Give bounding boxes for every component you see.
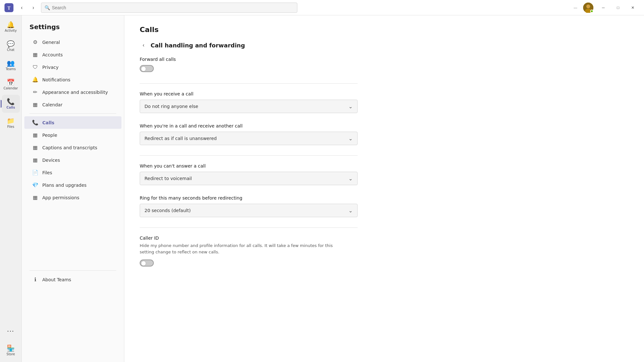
settings-menu-privacy[interactable]: 🛡 Privacy: [24, 61, 121, 73]
chevron-down-icon-4: ⌄: [349, 208, 353, 214]
settings-divider-2: [29, 270, 116, 271]
nav-item-more[interactable]: ···: [2, 322, 20, 340]
app-body: 🔔 Activity 💬 Chat 👥 Teams 📅 Calendar 📞 C…: [0, 15, 644, 362]
files-settings-label: Files: [42, 170, 52, 175]
devices-icon: ▦: [32, 157, 38, 163]
people-label: People: [42, 133, 57, 138]
about-label: About Teams: [42, 277, 71, 282]
when-cant-answer-dropdown[interactable]: Redirect to voicemail ⌄: [140, 172, 358, 185]
settings-menu-calendar[interactable]: ▦ Calendar: [24, 98, 121, 111]
user-avatar-container[interactable]: [583, 3, 593, 13]
calls-settings-label: Calls: [42, 120, 54, 125]
nav-label-calendar: Calendar: [4, 86, 18, 90]
settings-menu-calls[interactable]: 📞 Calls: [24, 116, 121, 129]
settings-menu-accounts[interactable]: ▦ Accounts: [24, 48, 121, 61]
accounts-icon: ▦: [32, 52, 38, 58]
nav-label-teams: Teams: [6, 67, 16, 71]
chevron-down-icon-3: ⌄: [349, 176, 353, 182]
more-options-button[interactable]: ···: [570, 3, 581, 13]
general-label: General: [42, 40, 60, 45]
page-title: Calls: [140, 26, 629, 34]
settings-menu-notifications[interactable]: 🔔 Notifications: [24, 73, 121, 86]
forward-button[interactable]: ›: [28, 3, 38, 13]
when-receive-call-value: Do not ring anyone else: [144, 104, 198, 109]
settings-menu-about[interactable]: ℹ About Teams: [24, 273, 121, 286]
svg-point-3: [586, 4, 590, 8]
when-cant-answer-group: When you can't answer a call Redirect to…: [140, 163, 629, 185]
privacy-label: Privacy: [42, 65, 59, 70]
appearance-icon: ✏: [32, 89, 38, 95]
ring-seconds-value: 20 seconds (default): [144, 208, 191, 213]
maximize-button[interactable]: □: [611, 3, 625, 13]
settings-menu-app-permissions[interactable]: ▦ App permissions: [24, 191, 121, 204]
divider-3: [140, 227, 358, 228]
nav-item-files[interactable]: 📁 Files: [2, 114, 20, 132]
devices-label: Devices: [42, 158, 60, 163]
caller-id-toggle[interactable]: [140, 259, 154, 267]
ring-seconds-label: Ring for this many seconds before redire…: [140, 195, 629, 201]
divider-2: [140, 155, 358, 156]
when-in-call-group: When you're in a call and receive anothe…: [140, 123, 629, 145]
chevron-down-icon: ⌄: [349, 103, 353, 110]
nav-item-teams[interactable]: 👥 Teams: [2, 56, 20, 74]
titlebar-actions: ···: [570, 3, 593, 13]
caller-id-group: Caller ID Hide my phone number and profi…: [140, 235, 629, 267]
when-receive-call-dropdown[interactable]: Do not ring anyone else ⌄: [140, 100, 358, 113]
nav-item-store[interactable]: 🏪 Store: [2, 341, 20, 359]
calendar-settings-label: Calendar: [42, 102, 62, 107]
when-in-call-label: When you're in a call and receive anothe…: [140, 123, 629, 128]
settings-menu-devices[interactable]: ▦ Devices: [24, 154, 121, 166]
more-icon: ···: [7, 328, 14, 334]
people-icon: ▦: [32, 132, 38, 138]
calls-icon: 📞: [7, 98, 15, 105]
when-in-call-dropdown[interactable]: Redirect as if call is unanswered ⌄: [140, 132, 358, 145]
divider-1: [140, 83, 358, 84]
settings-title: Settings: [22, 21, 124, 36]
search-input[interactable]: [52, 5, 294, 10]
nav-item-calendar[interactable]: 📅 Calendar: [2, 76, 20, 94]
captions-label: Captions and transcripts: [42, 145, 97, 150]
settings-menu-people[interactable]: ▦ People: [24, 129, 121, 141]
nav-label-activity: Activity: [5, 29, 17, 32]
settings-menu-plans[interactable]: 💎 Plans and upgrades: [24, 179, 121, 191]
calendar-icon: 📅: [7, 79, 15, 86]
settings-menu-appearance[interactable]: ✏ Appearance and accessibility: [24, 86, 121, 98]
plans-label: Plans and upgrades: [42, 183, 87, 188]
nav-rail: 🔔 Activity 💬 Chat 👥 Teams 📅 Calendar 📞 C…: [0, 15, 22, 362]
section-collapse-button[interactable]: ‹: [140, 41, 147, 49]
caller-id-description: Hide my phone number and profile informa…: [140, 243, 348, 255]
settings-menu-files[interactable]: 📄 Files: [24, 166, 121, 179]
settings-menu-captions[interactable]: ▦ Captions and transcripts: [24, 141, 121, 154]
search-icon: 🔍: [45, 5, 50, 10]
search-bar[interactable]: 🔍: [41, 3, 297, 13]
nav-item-activity[interactable]: 🔔 Activity: [2, 18, 20, 36]
ring-seconds-dropdown[interactable]: 20 seconds (default) ⌄: [140, 204, 358, 217]
when-in-call-value: Redirect as if call is unanswered: [144, 136, 217, 141]
section-title: Call handling and forwarding: [151, 42, 245, 49]
titlebar: T ‹ › 🔍 ··· ─ □ ✕: [0, 0, 644, 15]
nav-label-store: Store: [6, 352, 15, 356]
files-icon: 📁: [7, 118, 15, 124]
nav-item-chat[interactable]: 💬 Chat: [2, 37, 20, 55]
chevron-down-icon-2: ⌄: [349, 136, 353, 142]
nav-buttons: ‹ ›: [17, 3, 38, 13]
files-settings-icon: 📄: [32, 169, 38, 176]
back-button[interactable]: ‹: [17, 3, 27, 13]
nav-label-chat: Chat: [7, 48, 14, 52]
forward-all-calls-label: Forward all calls: [140, 57, 629, 62]
section-header: ‹ Call handling and forwarding: [140, 41, 629, 49]
notifications-label: Notifications: [42, 77, 70, 82]
forward-all-calls-group: Forward all calls: [140, 57, 629, 73]
settings-menu-general[interactable]: ⚙ General: [24, 36, 121, 48]
nav-label-files: Files: [7, 125, 14, 128]
app-logo: T: [4, 3, 14, 13]
user-status-indicator: [590, 10, 593, 13]
nav-item-calls[interactable]: 📞 Calls: [2, 95, 20, 113]
appearance-label: Appearance and accessibility: [42, 90, 108, 95]
minimize-button[interactable]: ─: [596, 3, 611, 13]
close-button[interactable]: ✕: [625, 3, 640, 13]
captions-icon: ▦: [32, 144, 38, 151]
accounts-label: Accounts: [42, 52, 63, 57]
when-cant-answer-value: Redirect to voicemail: [144, 176, 192, 181]
forward-all-calls-toggle[interactable]: [140, 65, 154, 72]
